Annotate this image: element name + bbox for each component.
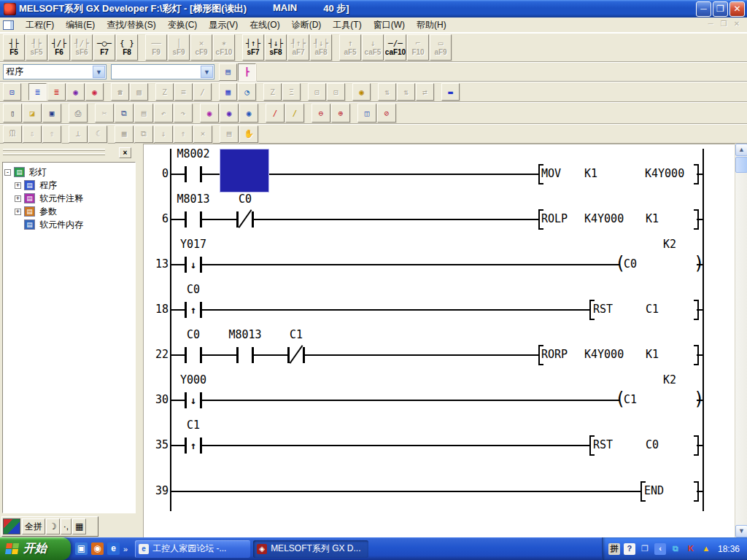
coil-button[interactable]: ─○─F7 xyxy=(93,34,115,61)
mdi-document-icon[interactable] xyxy=(3,20,14,30)
help-indicator-icon[interactable]: ? xyxy=(624,543,635,555)
register-doc-button[interactable]: ▤ xyxy=(220,125,239,143)
chevron-down-icon[interactable]: ▼ xyxy=(93,66,105,78)
ladder-mode-button[interactable]: ≣ xyxy=(28,83,47,101)
menu-item-9[interactable]: 帮助(H) xyxy=(411,18,452,33)
tree-item-child-1[interactable]: +▤软元件注释 xyxy=(4,192,133,205)
taskbar-clock[interactable]: 18:36 xyxy=(718,544,740,554)
tree-panel-header[interactable]: × xyxy=(1,147,131,160)
device-use-list-button[interactable]: ▦ xyxy=(115,125,133,143)
open-file-button[interactable]: ◪ xyxy=(23,104,42,122)
comment-display-button[interactable]: ▤ xyxy=(219,63,237,81)
grip-handle[interactable] xyxy=(3,149,105,151)
redo-button[interactable]: ↷ xyxy=(174,104,193,122)
tree-item-child-0[interactable]: +▤程序 xyxy=(4,179,133,192)
print-button[interactable]: ⎙ xyxy=(69,104,88,122)
find-next-down-button[interactable]: ⇩ xyxy=(23,125,42,143)
tree-item-child-2[interactable]: +▤参数 xyxy=(4,205,133,218)
menu-item-1[interactable]: 编辑(E) xyxy=(60,18,101,33)
child-minimize-button[interactable]: ─ xyxy=(705,20,716,30)
trace-clock-button[interactable]: ◔ xyxy=(238,83,256,101)
taskbar-task-0[interactable]: e工控人家园论坛 -... xyxy=(135,540,250,558)
ime-mode-quanpin-button[interactable]: 全拼 xyxy=(22,518,45,534)
ime-pinyin-indicator-icon[interactable]: 拼 xyxy=(608,543,620,555)
ladder-edit-button[interactable]: ≣ xyxy=(47,83,66,101)
insert-line-down-button[interactable]: ⇓ xyxy=(154,125,173,143)
zoom-out-button[interactable]: ⊖ xyxy=(311,104,330,122)
menu-item-0[interactable]: 工程(F) xyxy=(20,18,60,33)
or-open-contact-button[interactable]: ┦┝sF5 xyxy=(26,34,47,61)
or-falling-pulse-button[interactable]: ┦↓┝aF8 xyxy=(310,34,332,61)
online-change-1-button[interactable]: Z xyxy=(263,83,282,101)
menu-item-8[interactable]: 窗口(W) xyxy=(368,18,411,33)
read-mode-monitor-button[interactable]: ◉ xyxy=(66,83,85,101)
rising-pulse-contact-button[interactable]: ┤↑├sF7 xyxy=(242,34,264,61)
tree-item-child-3[interactable]: ▤软元件内存 xyxy=(4,218,133,231)
open-contact-button[interactable]: ┤├F5 xyxy=(3,34,25,61)
falling-edge-button[interactable]: ↓caF5 xyxy=(362,34,384,61)
horizontal-line-button[interactable]: ──F9 xyxy=(145,34,167,61)
comment-rect-button[interactable]: ▬ xyxy=(441,83,460,101)
window-indicator-icon[interactable]: ❐ xyxy=(639,543,651,555)
rising-edge-button[interactable]: ↑aF5 xyxy=(339,34,361,61)
device-test-button[interactable]: ☎ xyxy=(111,83,129,101)
device-memory-grid-button[interactable]: ▦ xyxy=(219,83,237,101)
delete-horizontal-line-button[interactable]: ×cF9 xyxy=(190,34,212,61)
program-list-button[interactable]: ⧉ xyxy=(134,125,153,143)
find-device-button[interactable]: ◉ xyxy=(220,104,239,122)
tree-close-button[interactable]: × xyxy=(119,147,131,158)
menu-item-4[interactable]: 显示(V) xyxy=(203,18,244,33)
step-interval-button[interactable]: / xyxy=(193,83,212,101)
cut-button[interactable]: ✂ xyxy=(95,104,114,122)
hand-tool-button[interactable]: ✋ xyxy=(239,125,258,143)
find-button[interactable]: ◉ xyxy=(200,104,219,122)
copy-button[interactable]: ⧉ xyxy=(115,104,133,122)
ime-input-method-icon[interactable] xyxy=(3,518,20,534)
restore-button[interactable]: ❐ xyxy=(713,1,728,17)
menu-item-7[interactable]: 工具(T) xyxy=(327,18,367,33)
ime-soft-keyboard-button[interactable]: ▦ xyxy=(72,518,86,534)
statement-edit-button[interactable]: ∕ xyxy=(285,104,304,122)
binocular-find-button[interactable]: ᙢ xyxy=(3,125,22,143)
scroll-up-button[interactable]: ▲ xyxy=(735,144,747,156)
cross-reference-button[interactable]: ☾ xyxy=(88,125,107,143)
falling-pulse-contact-button[interactable]: ┤↓├sF8 xyxy=(265,34,287,61)
partial-execution-button[interactable]: Z xyxy=(155,83,174,101)
ladder-canvas[interactable]: 0M8002MOVK1K4Y0006M8013C0ROLPK4Y000K113Y… xyxy=(144,144,735,538)
online-change-2-button[interactable]: Ξ xyxy=(282,83,301,101)
delete-line-button[interactable]: × xyxy=(193,125,212,143)
quick-launch-more-chevron[interactable]: » xyxy=(123,545,128,553)
ime-fullhalf-toggle-button[interactable]: ☽ xyxy=(46,518,60,534)
ime-punctuation-toggle-button[interactable]: ·, xyxy=(61,518,71,534)
delete-vertical-line-button[interactable]: ✶cF10 xyxy=(213,34,235,61)
taskbar-task-1[interactable]: ◈MELSOFT系列 GX D... xyxy=(253,540,368,558)
collapse-chevron-icon[interactable]: ‹ xyxy=(654,543,666,555)
show-desktop-icon[interactable]: ▣ xyxy=(75,542,88,555)
chevron-down-icon[interactable]: ▼ xyxy=(201,66,213,78)
monitor-mode-button[interactable]: ⊡ xyxy=(3,83,21,101)
insert-row-button[interactable]: ⇅ xyxy=(378,83,396,101)
menu-item-5[interactable]: 在线(O) xyxy=(244,18,285,33)
jump-top-bottom-button[interactable]: ⊥ xyxy=(69,125,88,143)
scroll-down-button[interactable]: ▼ xyxy=(735,525,747,537)
skip-execution-button[interactable]: ▧ xyxy=(130,83,148,101)
insert-line-up-button[interactable]: ⇑ xyxy=(174,125,193,143)
kaspersky-indicator-icon[interactable]: K xyxy=(685,543,697,555)
media-player-icon[interactable]: ◉ xyxy=(91,542,104,555)
step-execution-button[interactable]: ≡ xyxy=(174,83,193,101)
closed-contact-button[interactable]: ┤/├F6 xyxy=(48,34,70,61)
zoom-in-button[interactable]: ⊕ xyxy=(331,104,350,122)
vertical-line-button[interactable]: │sF9 xyxy=(168,34,190,61)
expand-icon[interactable]: + xyxy=(15,209,21,215)
collapse-icon[interactable]: - xyxy=(4,169,11,176)
or-closed-contact-button[interactable]: ┦/┝sF6 xyxy=(71,34,93,61)
grip-handle[interactable] xyxy=(3,153,105,155)
edit-cursor-cell[interactable] xyxy=(220,149,269,192)
find-next-up-button[interactable]: ⇧ xyxy=(42,125,61,143)
branch-line-button[interactable]: ⌐F10 xyxy=(407,34,429,61)
window-jump-2-button[interactable]: ⊡ xyxy=(327,83,345,101)
child-restore-button[interactable]: ❐ xyxy=(718,20,729,30)
device-combo[interactable]: ▼ xyxy=(111,64,214,79)
expand-icon[interactable]: + xyxy=(15,195,21,202)
project-tree-toggle-button[interactable]: ┣ xyxy=(238,63,256,81)
